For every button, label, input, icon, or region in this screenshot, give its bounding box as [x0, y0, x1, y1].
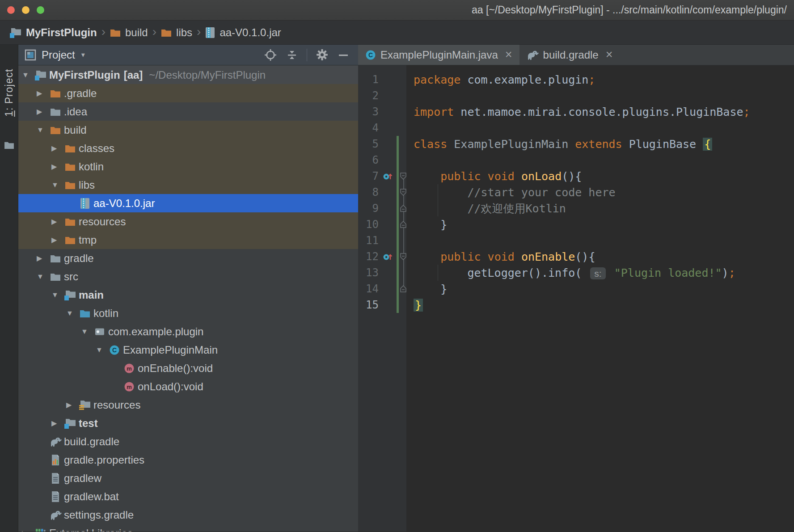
line-number[interactable]: 10: [358, 218, 379, 231]
line-number[interactable]: 15: [358, 299, 379, 311]
code-line-13[interactable]: 13 getLogger().info( s: "Plugin loaded!"…: [358, 265, 794, 281]
settings-gear-icon[interactable]: [313, 49, 330, 61]
tree-item-build[interactable]: ▼build: [18, 121, 358, 139]
tree-item-settings.gradle[interactable]: settings.gradle: [18, 506, 358, 524]
expand-arrow-icon[interactable]: ▶: [22, 529, 34, 532]
code-line-12[interactable]: 12 public void onEnable(){: [358, 249, 794, 265]
code-line-11[interactable]: 11: [358, 232, 794, 249]
fold-marker-icon[interactable]: [397, 285, 410, 293]
expand-arrow-icon[interactable]: ▶: [51, 144, 63, 152]
line-number[interactable]: 1: [358, 73, 379, 86]
tree-item-aa-v0.1.0.jar[interactable]: aa-V0.1.0.jar: [18, 194, 358, 212]
tree-item-external-libraries[interactable]: ▶External Libraries: [18, 524, 358, 532]
expand-arrow-icon[interactable]: ▶: [51, 217, 63, 226]
line-number[interactable]: 3: [358, 106, 379, 118]
breadcrumb-item[interactable]: libs: [161, 26, 192, 39]
tree-item-examplepluginmain[interactable]: ▼CExamplePluginMain: [18, 341, 358, 359]
collapse-arrow-icon[interactable]: ▼: [37, 273, 49, 281]
chevron-down-icon[interactable]: ▾: [81, 51, 85, 59]
close-window-button[interactable]: [7, 6, 15, 14]
editor-body[interactable]: 1package com.example.plugin;23import net…: [358, 65, 794, 532]
line-number[interactable]: 8: [358, 186, 379, 198]
code-line-15[interactable]: 15}: [358, 297, 794, 313]
fold-marker-icon[interactable]: [397, 204, 410, 212]
line-number[interactable]: 5: [358, 138, 379, 150]
tree-item-build.gradle[interactable]: build.gradle: [18, 432, 358, 451]
tree-item-gradle[interactable]: ▶gradle: [18, 249, 358, 267]
tree-item-kotlin[interactable]: ▶kotlin: [18, 157, 358, 176]
tree-item-src[interactable]: ▼src: [18, 267, 358, 286]
overriding-method-icon[interactable]: [379, 172, 397, 181]
tree-item-kotlin[interactable]: ▼kotlin: [18, 304, 358, 322]
line-number[interactable]: 9: [358, 202, 379, 215]
collapse-arrow-icon[interactable]: ▼: [96, 346, 108, 354]
expand-arrow-icon[interactable]: ▶: [51, 419, 63, 427]
code-line-1[interactable]: 1package com.example.plugin;: [358, 72, 794, 88]
project-toolwindow-button[interactable]: 1: Project: [0, 50, 18, 135]
tree-item-main[interactable]: ▼main: [18, 286, 358, 304]
tree-item-libs[interactable]: ▼libs: [18, 176, 358, 194]
collapse-arrow-icon[interactable]: ▼: [51, 181, 63, 189]
tree-item-classes[interactable]: ▶classes: [18, 139, 358, 157]
tree-item-tmp[interactable]: ▶tmp: [18, 231, 358, 249]
code-line-5[interactable]: 5class ExamplePluginMain extends PluginB…: [358, 136, 794, 152]
expand-arrow-icon[interactable]: ▶: [37, 254, 49, 262]
code-line-10[interactable]: 10 }: [358, 216, 794, 232]
expand-arrow-icon[interactable]: ▶: [51, 236, 63, 244]
tree-item-resources[interactable]: ▶resources: [18, 212, 358, 231]
line-number[interactable]: 14: [358, 283, 379, 295]
code-line-14[interactable]: 14 }: [358, 281, 794, 297]
line-number[interactable]: 2: [358, 89, 379, 102]
tree-item-.gradle[interactable]: ▶.gradle: [18, 84, 358, 102]
collapse-arrow-icon[interactable]: ▼: [37, 126, 49, 134]
tab-close-icon[interactable]: ×: [505, 48, 512, 62]
fold-marker-icon[interactable]: [397, 220, 410, 228]
collapse-arrow-icon[interactable]: ▼: [66, 309, 78, 317]
expand-arrow-icon[interactable]: ▶: [37, 89, 49, 97]
tab-build.gradle[interactable]: build.gradle×: [519, 45, 620, 65]
tree-item-gradlew[interactable]: gradlew: [18, 469, 358, 487]
hide-panel-icon[interactable]: [335, 49, 352, 61]
overriding-method-icon[interactable]: [379, 252, 397, 261]
code-line-6[interactable]: 6: [358, 152, 794, 168]
minimize-window-button[interactable]: [22, 6, 30, 14]
code-line-3[interactable]: 3import net.mamoe.mirai.console.plugins.…: [358, 104, 794, 120]
tree-item-gradle.properties[interactable]: gradle.properties: [18, 451, 358, 469]
collapse-all-icon[interactable]: [283, 49, 300, 61]
locate-file-icon[interactable]: [262, 49, 279, 61]
tree-item-myfirstplugin[interactable]: ▼MyFirstPlugin[aa]~/Desktop/MyFirstPlugi…: [18, 66, 358, 84]
expand-arrow-icon[interactable]: ▶: [37, 107, 49, 116]
line-number[interactable]: 11: [358, 234, 379, 247]
line-number[interactable]: 4: [358, 122, 379, 134]
fold-marker-icon[interactable]: [397, 253, 410, 261]
line-number[interactable]: 7: [358, 170, 379, 182]
code-line-2[interactable]: 2: [358, 88, 794, 104]
line-number[interactable]: 6: [358, 154, 379, 166]
tree-item-onload---void[interactable]: monLoad():void: [18, 377, 358, 396]
code-editor[interactable]: 1package com.example.plugin;23import net…: [358, 65, 794, 532]
code-line-8[interactable]: 8 //start your code here: [358, 184, 794, 200]
expand-arrow-icon[interactable]: ▶: [66, 401, 78, 409]
code-line-4[interactable]: 4: [358, 120, 794, 136]
code-line-7[interactable]: 7 public void onLoad(){: [358, 168, 794, 184]
expand-arrow-icon[interactable]: ▶: [51, 162, 63, 171]
tab-close-icon[interactable]: ×: [606, 48, 613, 62]
code-line-9[interactable]: 9 //欢迎使用Kotlin: [358, 200, 794, 216]
tree-item-resources[interactable]: ▶resources: [18, 396, 358, 414]
folder-icon[interactable]: [4, 141, 14, 149]
breadcrumb-item[interactable]: aa-V0.1.0.jar: [205, 26, 281, 39]
tree-item-onenable---void[interactable]: monEnable():void: [18, 359, 358, 377]
zoom-window-button[interactable]: [37, 6, 44, 14]
fold-marker-icon[interactable]: [397, 188, 410, 196]
fold-marker-icon[interactable]: [397, 172, 410, 180]
tree-item-com.example.plugin[interactable]: ▼com.example.plugin: [18, 322, 358, 341]
tree-item-test[interactable]: ▶test: [18, 414, 358, 432]
tree-item-gradlew.bat[interactable]: gradlew.bat: [18, 487, 358, 506]
tab-examplepluginmain.java[interactable]: CExamplePluginMain.java×: [358, 45, 519, 65]
breadcrumb-item[interactable]: MyFirstPlugin: [10, 26, 97, 39]
line-number[interactable]: 12: [358, 250, 379, 263]
collapse-arrow-icon[interactable]: ▼: [51, 291, 63, 299]
line-number[interactable]: 13: [358, 266, 379, 279]
tree-item-.idea[interactable]: ▶.idea: [18, 102, 358, 121]
collapse-arrow-icon[interactable]: ▼: [81, 328, 93, 336]
